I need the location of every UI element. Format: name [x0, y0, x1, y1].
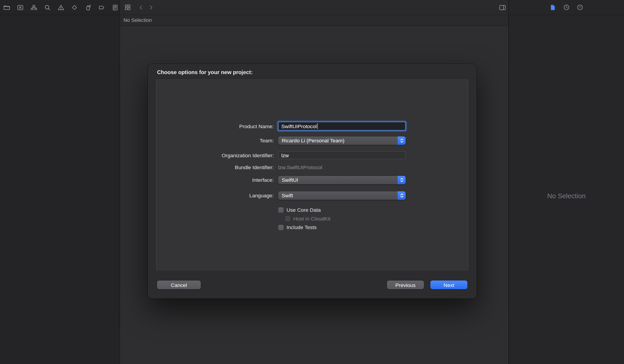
team-label: Team:: [156, 138, 274, 143]
popup-chevrons-icon: [398, 176, 406, 184]
use-core-data-row: Use Core Data: [278, 207, 321, 213]
host-in-cloudkit-row: Host in CloudKit: [285, 216, 331, 221]
popup-chevrons-icon: [398, 191, 406, 200]
team-value: Ricardo Li (Personal Team): [278, 138, 344, 143]
interface-value: SwiftUI: [278, 177, 298, 183]
language-label: Language:: [156, 193, 274, 198]
test-navigator-icon[interactable]: [71, 4, 78, 11]
use-core-data-label: Use Core Data: [286, 207, 321, 213]
product-name-value: SwiftUIProtocol: [281, 123, 317, 129]
organization-identifier-field[interactable]: lzw: [278, 151, 406, 159]
include-tests-row: Include Tests: [278, 224, 317, 230]
language-popup[interactable]: Swift: [278, 191, 406, 200]
product-name-field[interactable]: SwiftUIProtocol: [278, 122, 406, 130]
interface-popup[interactable]: SwiftUI: [278, 176, 406, 184]
source-control-navigator-icon[interactable]: [16, 4, 24, 11]
navigator-sidebar: [0, 0, 120, 364]
interface-row: Interface: SwiftUI: [156, 176, 468, 184]
inspector-toolbar: ?: [509, 0, 624, 15]
checkbox-unchecked-icon: [278, 207, 284, 213]
team-row: Team: Ricardo Li (Personal Team): [156, 136, 468, 145]
language-value: Swift: [278, 193, 293, 198]
back-chevron-icon[interactable]: [137, 4, 145, 11]
include-tests-label: Include Tests: [286, 224, 317, 230]
host-in-cloudkit-checkbox: Host in CloudKit: [285, 216, 331, 221]
product-name-label: Product Name:: [156, 123, 274, 129]
host-in-cloudkit-label: Host in CloudKit: [293, 216, 331, 221]
interface-label: Interface:: [156, 177, 274, 183]
checkbox-unchecked-icon: [285, 216, 290, 221]
svg-text:?: ?: [579, 6, 581, 9]
editor-toolbar: [120, 0, 509, 15]
checkbox-unchecked-icon: [278, 225, 284, 230]
breakpoint-navigator-icon[interactable]: [98, 4, 105, 11]
forward-chevron-icon[interactable]: [147, 4, 155, 11]
navigator-content-empty: [0, 15, 120, 364]
team-popup[interactable]: Ricardo Li (Personal Team): [278, 136, 406, 145]
use-core-data-checkbox[interactable]: Use Core Data: [278, 207, 321, 213]
new-project-options-dialog: Choose options for your new project: Pro…: [148, 64, 476, 298]
xcode-window: No Selection ? No Selection Choose optio…: [0, 0, 624, 364]
report-navigator-icon[interactable]: [111, 4, 119, 11]
organization-identifier-value: lzw: [281, 152, 289, 158]
organization-identifier-row: Organization Identifier: lzw: [156, 151, 468, 159]
organization-identifier-label: Organization Identifier:: [156, 152, 274, 158]
dialog-title: Choose options for your new project:: [157, 69, 253, 75]
cancel-button[interactable]: Cancel: [157, 280, 201, 289]
popup-chevrons-icon: [398, 136, 406, 145]
inspector-panel: ? No Selection: [509, 0, 624, 364]
product-name-row: Product Name: SwiftUIProtocol: [156, 122, 468, 130]
find-navigator-icon[interactable]: [44, 4, 51, 11]
jump-bar[interactable]: No Selection: [120, 15, 509, 26]
history-inspector-icon[interactable]: [563, 4, 570, 11]
issue-navigator-icon[interactable]: [57, 4, 65, 11]
project-navigator-icon[interactable]: [3, 4, 10, 11]
navigator-toolbar: [0, 0, 120, 15]
next-button[interactable]: Next: [430, 280, 468, 289]
inspector-empty-text: No Selection: [509, 192, 624, 200]
language-row: Language: Swift: [156, 191, 468, 200]
jump-bar-text: No Selection: [124, 18, 152, 23]
inspector-toggle-icon[interactable]: [498, 4, 506, 11]
file-inspector-icon[interactable]: [549, 4, 557, 11]
text-caret: [317, 123, 318, 129]
symbol-navigator-icon[interactable]: [30, 4, 37, 11]
bundle-identifier-row: Bundle Identifier: lzw.SwiftUIProtocol: [156, 164, 468, 170]
bundle-identifier-label: Bundle Identifier:: [156, 164, 274, 170]
bundle-identifier-value: lzw.SwiftUIProtocol: [278, 164, 406, 170]
quick-help-inspector-icon[interactable]: ?: [576, 4, 584, 11]
include-tests-checkbox[interactable]: Include Tests: [278, 224, 317, 230]
previous-button[interactable]: Previous: [387, 280, 424, 289]
options-form-panel: Product Name: SwiftUIProtocol Team: Rica…: [156, 80, 468, 270]
debug-navigator-icon[interactable]: [84, 4, 92, 11]
editor-grid-icon[interactable]: [124, 4, 131, 11]
